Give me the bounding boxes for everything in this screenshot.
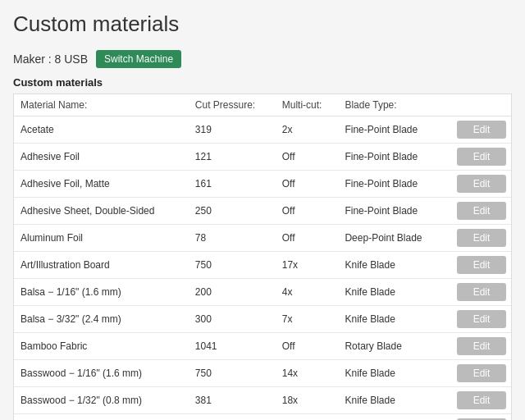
col-header-cut-pressure: Cut Pressure: — [189, 94, 276, 116]
materials-table: Material Name: Cut Pressure: Multi-cut: … — [14, 94, 511, 420]
cell-edit: Edit — [445, 144, 511, 171]
cell-multicut: 18x — [276, 387, 339, 414]
cell-blade-type: Fine-Point Blade — [338, 144, 445, 171]
section-title: Custom materials — [13, 76, 512, 89]
cell-material-name: Basswood − 1/16" (1.6 mm) — [14, 360, 189, 387]
materials-table-container: Material Name: Cut Pressure: Multi-cut: … — [13, 94, 512, 420]
table-row: Adhesive Foil121OffFine-Point BladeEdit — [14, 144, 511, 171]
cell-edit: Edit — [445, 279, 511, 306]
cell-multicut: 4x — [276, 279, 339, 306]
edit-button[interactable]: Edit — [457, 202, 506, 220]
edit-button[interactable]: Edit — [457, 283, 506, 301]
table-row: Aluminum Foil78OffDeep-Point BladeEdit — [14, 225, 511, 252]
cell-material-name: Aluminum Foil — [14, 225, 189, 252]
edit-button[interactable]: Edit — [457, 121, 506, 139]
col-header-edit — [445, 94, 511, 116]
page-title: Custom materials — [13, 11, 512, 37]
cell-blade-type: Fine-Point Blade — [338, 171, 445, 198]
cell-cut-pressure: 1745 — [189, 414, 276, 421]
table-header-row: Material Name: Cut Pressure: Multi-cut: … — [14, 94, 511, 116]
cell-blade-type: Knife Blade — [338, 387, 445, 414]
edit-button[interactable]: Edit — [457, 175, 506, 193]
cell-blade-type: Knife Blade — [338, 279, 445, 306]
col-header-multicut: Multi-cut: — [276, 94, 339, 116]
table-body: Acetate3192xFine-Point BladeEditAdhesive… — [14, 116, 511, 421]
table-row: Adhesive Foil, Matte161OffFine-Point Bla… — [14, 171, 511, 198]
cell-edit: Edit — [445, 360, 511, 387]
cell-multicut: Off — [276, 333, 339, 360]
maker-row: Maker : 8 USB Switch Machine — [13, 50, 512, 68]
cell-edit: Edit — [445, 252, 511, 279]
table-row: Bamboo Fabric1041OffRotary BladeEdit — [14, 333, 511, 360]
cell-blade-type: Rotary Blade — [338, 333, 445, 360]
cell-multicut: Off — [276, 198, 339, 225]
table-row: Adhesive Sheet, Double-Sided250OffFine-P… — [14, 198, 511, 225]
cell-material-name: Bengaline — [14, 414, 189, 421]
cell-cut-pressure: 78 — [189, 225, 276, 252]
cell-multicut: Off — [276, 225, 339, 252]
cell-multicut: Off — [276, 171, 339, 198]
switch-machine-button[interactable]: Switch Machine — [96, 50, 181, 68]
table-row: Balsa − 1/16" (1.6 mm)2004xKnife BladeEd… — [14, 279, 511, 306]
cell-edit: Edit — [445, 414, 511, 421]
cell-multicut: 2x — [276, 116, 339, 144]
cell-multicut: 14x — [276, 360, 339, 387]
cell-material-name: Bamboo Fabric — [14, 333, 189, 360]
edit-button[interactable]: Edit — [457, 391, 506, 409]
cell-edit: Edit — [445, 116, 511, 144]
cell-material-name: Basswood − 1/32" (0.8 mm) — [14, 387, 189, 414]
edit-button[interactable]: Edit — [457, 310, 506, 328]
edit-button[interactable]: Edit — [457, 364, 506, 382]
cell-blade-type: Knife Blade — [338, 252, 445, 279]
cell-cut-pressure: 750 — [189, 360, 276, 387]
cell-cut-pressure: 381 — [189, 387, 276, 414]
cell-cut-pressure: 200 — [189, 279, 276, 306]
cell-edit: Edit — [445, 333, 511, 360]
cell-cut-pressure: 161 — [189, 171, 276, 198]
table-row: Basswood − 1/16" (1.6 mm)75014xKnife Bla… — [14, 360, 511, 387]
table-row: Acetate3192xFine-Point BladeEdit — [14, 116, 511, 144]
cell-blade-type: Rotary Blade — [338, 414, 445, 421]
cell-edit: Edit — [445, 387, 511, 414]
maker-label: Maker : 8 USB — [13, 52, 88, 66]
cell-edit: Edit — [445, 306, 511, 333]
cell-multicut: Off — [276, 144, 339, 171]
cell-cut-pressure: 1041 — [189, 333, 276, 360]
cell-blade-type: Knife Blade — [338, 306, 445, 333]
cell-material-name: Balsa − 3/32" (2.4 mm) — [14, 306, 189, 333]
table-row: Basswood − 1/32" (0.8 mm)38118xKnife Bla… — [14, 387, 511, 414]
cell-multicut: Off — [276, 414, 339, 421]
cell-material-name: Adhesive Foil — [14, 144, 189, 171]
edit-button[interactable]: Edit — [457, 256, 506, 274]
cell-material-name: Adhesive Foil, Matte — [14, 171, 189, 198]
edit-button[interactable]: Edit — [457, 148, 506, 166]
cell-cut-pressure: 300 — [189, 306, 276, 333]
cell-blade-type: Fine-Point Blade — [338, 198, 445, 225]
table-row: Art/Illustration Board75017xKnife BladeE… — [14, 252, 511, 279]
cell-material-name: Acetate — [14, 116, 189, 144]
edit-button[interactable]: Edit — [457, 229, 506, 247]
cell-edit: Edit — [445, 225, 511, 252]
cell-cut-pressure: 319 — [189, 116, 276, 144]
cell-blade-type: Deep-Point Blade — [338, 225, 445, 252]
cell-edit: Edit — [445, 171, 511, 198]
col-header-material-name: Material Name: — [14, 94, 189, 116]
cell-material-name: Balsa − 1/16" (1.6 mm) — [14, 279, 189, 306]
table-row: Balsa − 3/32" (2.4 mm)3007xKnife BladeEd… — [14, 306, 511, 333]
cell-cut-pressure: 250 — [189, 198, 276, 225]
cell-edit: Edit — [445, 198, 511, 225]
page-container: Custom materials Maker : 8 USB Switch Ma… — [0, 0, 525, 420]
cell-cut-pressure: 750 — [189, 252, 276, 279]
col-header-blade-type: Blade Type: — [338, 94, 445, 116]
edit-button[interactable]: Edit — [457, 337, 506, 355]
cell-multicut: 17x — [276, 252, 339, 279]
table-row: Bengaline1745OffRotary BladeEdit — [14, 414, 511, 421]
cell-blade-type: Knife Blade — [338, 360, 445, 387]
cell-material-name: Art/Illustration Board — [14, 252, 189, 279]
cell-material-name: Adhesive Sheet, Double-Sided — [14, 198, 189, 225]
cell-cut-pressure: 121 — [189, 144, 276, 171]
cell-multicut: 7x — [276, 306, 339, 333]
cell-blade-type: Fine-Point Blade — [338, 116, 445, 144]
